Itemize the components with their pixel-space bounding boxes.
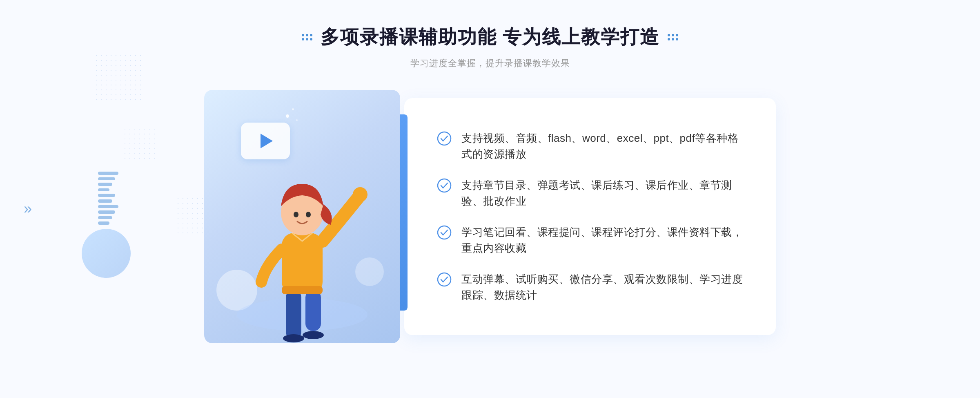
feature-item-1: 支持视频、音频、flash、word、excel、ppt、pdf等各种格式的资源…	[437, 130, 743, 162]
svg-point-9	[294, 212, 298, 217]
svg-point-4	[303, 331, 324, 339]
svg-point-3	[283, 334, 304, 342]
page-title: 多项录播课辅助功能 专为线上教学打造	[321, 25, 660, 50]
page-subtitle: 学习进度全掌握，提升录播课教学效果	[302, 57, 679, 69]
main-content: 支持视频、音频、flash、word、excel、ppt、pdf等各种格式的资源…	[204, 90, 776, 343]
title-wrapper: 多项录播课辅助功能 专为线上教学打造	[302, 25, 679, 50]
svg-point-15	[438, 273, 451, 286]
dots-decoration-inner-left	[122, 127, 155, 159]
feature-text-4: 互动弹幕、试听购买、微信分享、观看次数限制、学习进度跟踪、数据统计	[461, 271, 743, 303]
feature-text-1: 支持视频、音频、flash、word、excel、ppt、pdf等各种格式的资源…	[461, 130, 743, 162]
content-panel: 支持视频、音频、flash、word、excel、ppt、pdf等各种格式的资源…	[404, 98, 776, 335]
svg-point-12	[438, 132, 451, 145]
feature-item-2: 支持章节目录、弹题考试、课后练习、课后作业、章节测验、批改作业	[437, 177, 743, 209]
sparkle-1	[286, 114, 289, 118]
check-icon-3	[437, 225, 452, 240]
page-container: » 多项录播课辅助功能 专为线上教学打造 学习进度全掌握，提升录播课教学效果	[0, 0, 980, 398]
title-dots-left	[302, 34, 312, 40]
sparkle-2	[292, 108, 294, 110]
check-icon-2	[437, 178, 452, 193]
svg-point-6	[353, 187, 368, 202]
svg-rect-1	[286, 290, 301, 339]
circle-decoration-left	[82, 229, 131, 278]
svg-rect-2	[305, 290, 321, 331]
svg-point-13	[438, 179, 451, 192]
svg-point-10	[306, 212, 311, 217]
sparkle-3	[296, 119, 298, 121]
header-section: 多项录播课辅助功能 专为线上教学打造 学习进度全掌握，提升录播课教学效果	[302, 25, 679, 69]
check-icon-1	[437, 131, 452, 146]
person-illustration	[233, 143, 372, 343]
svg-point-0	[237, 298, 368, 331]
feature-text-2: 支持章节目录、弹题考试、课后练习、课后作业、章节测验、批改作业	[461, 177, 743, 209]
svg-point-14	[438, 226, 451, 239]
title-dots-right	[668, 34, 678, 40]
illustration-card	[204, 90, 400, 343]
stripes-decoration-left	[98, 172, 118, 225]
svg-rect-11	[282, 286, 323, 294]
arrow-decoration-left: »	[24, 200, 32, 217]
dots-decoration-top-left	[94, 53, 143, 102]
check-icon-4	[437, 272, 452, 287]
feature-text-3: 学习笔记回看、课程提问、课程评论打分、课件资料下载，重点内容收藏	[461, 224, 743, 256]
feature-item-4: 互动弹幕、试听购买、微信分享、观看次数限制、学习进度跟踪、数据统计	[437, 271, 743, 303]
feature-item-3: 学习笔记回看、课程提问、课程评论打分、课件资料下载，重点内容收藏	[437, 224, 743, 256]
